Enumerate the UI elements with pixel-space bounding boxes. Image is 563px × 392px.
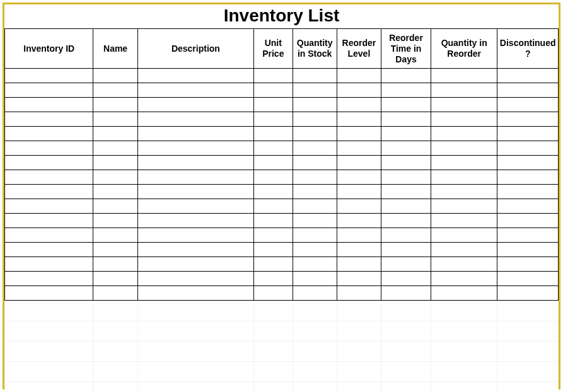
cell-quantity_in_reorder[interactable] bbox=[431, 98, 497, 112]
cell-name[interactable] bbox=[93, 98, 137, 112]
cell-inventory_id[interactable] bbox=[5, 98, 93, 112]
cell-quantity_in_reorder[interactable] bbox=[431, 112, 497, 127]
cell-inventory_id[interactable] bbox=[5, 127, 93, 141]
cell-name[interactable] bbox=[93, 243, 137, 257]
cell-reorder_level[interactable] bbox=[337, 214, 381, 228]
cell-inventory_id[interactable] bbox=[5, 185, 93, 199]
cell-quantity_in_reorder[interactable] bbox=[431, 170, 497, 185]
cell-quantity_in_reorder[interactable] bbox=[431, 199, 497, 214]
cell-quantity_in_reorder[interactable] bbox=[431, 243, 497, 257]
cell-inventory_id[interactable] bbox=[5, 83, 93, 98]
cell-discontinued[interactable] bbox=[497, 199, 559, 214]
cell-unit_price[interactable] bbox=[254, 199, 293, 214]
cell-description[interactable] bbox=[137, 243, 253, 257]
cell-discontinued[interactable] bbox=[497, 127, 559, 141]
cell-name[interactable] bbox=[93, 141, 137, 156]
cell-unit_price[interactable] bbox=[254, 185, 293, 199]
cell-reorder_time_days[interactable] bbox=[381, 286, 431, 301]
cell-name[interactable] bbox=[93, 272, 137, 286]
cell-quantity_in_reorder[interactable] bbox=[431, 286, 497, 301]
cell-unit_price[interactable] bbox=[254, 243, 293, 257]
cell-quantity_in_stock[interactable] bbox=[293, 127, 337, 141]
cell-reorder_level[interactable] bbox=[337, 199, 381, 214]
cell-quantity_in_stock[interactable] bbox=[293, 228, 337, 243]
cell-discontinued[interactable] bbox=[497, 156, 559, 170]
cell-discontinued[interactable] bbox=[497, 112, 559, 127]
cell-inventory_id[interactable] bbox=[5, 141, 93, 156]
cell-inventory_id[interactable] bbox=[5, 286, 93, 301]
cell-quantity_in_stock[interactable] bbox=[293, 199, 337, 214]
cell-quantity_in_stock[interactable] bbox=[293, 98, 337, 112]
cell-unit_price[interactable] bbox=[254, 170, 293, 185]
cell-quantity_in_stock[interactable] bbox=[293, 112, 337, 127]
cell-reorder_time_days[interactable] bbox=[381, 127, 431, 141]
cell-inventory_id[interactable] bbox=[5, 69, 93, 83]
cell-description[interactable] bbox=[137, 69, 253, 83]
cell-quantity_in_stock[interactable] bbox=[293, 214, 337, 228]
cell-reorder_time_days[interactable] bbox=[381, 98, 431, 112]
cell-quantity_in_reorder[interactable] bbox=[431, 185, 497, 199]
cell-description[interactable] bbox=[137, 257, 253, 272]
cell-description[interactable] bbox=[137, 214, 253, 228]
cell-reorder_time_days[interactable] bbox=[381, 112, 431, 127]
cell-reorder_level[interactable] bbox=[337, 257, 381, 272]
cell-reorder_level[interactable] bbox=[337, 69, 381, 83]
cell-unit_price[interactable] bbox=[254, 156, 293, 170]
cell-discontinued[interactable] bbox=[497, 286, 559, 301]
cell-reorder_level[interactable] bbox=[337, 228, 381, 243]
cell-description[interactable] bbox=[137, 272, 253, 286]
cell-reorder_time_days[interactable] bbox=[381, 185, 431, 199]
cell-inventory_id[interactable] bbox=[5, 272, 93, 286]
cell-quantity_in_stock[interactable] bbox=[293, 257, 337, 272]
cell-quantity_in_reorder[interactable] bbox=[431, 83, 497, 98]
cell-inventory_id[interactable] bbox=[5, 243, 93, 257]
cell-description[interactable] bbox=[137, 141, 253, 156]
cell-description[interactable] bbox=[137, 83, 253, 98]
cell-description[interactable] bbox=[137, 156, 253, 170]
cell-quantity_in_stock[interactable] bbox=[293, 243, 337, 257]
cell-reorder_level[interactable] bbox=[337, 98, 381, 112]
cell-discontinued[interactable] bbox=[497, 69, 559, 83]
cell-unit_price[interactable] bbox=[254, 98, 293, 112]
cell-name[interactable] bbox=[93, 257, 137, 272]
cell-reorder_time_days[interactable] bbox=[381, 243, 431, 257]
cell-discontinued[interactable] bbox=[497, 243, 559, 257]
cell-quantity_in_stock[interactable] bbox=[293, 170, 337, 185]
cell-description[interactable] bbox=[137, 185, 253, 199]
cell-reorder_level[interactable] bbox=[337, 141, 381, 156]
cell-quantity_in_reorder[interactable] bbox=[431, 127, 497, 141]
cell-inventory_id[interactable] bbox=[5, 228, 93, 243]
cell-reorder_level[interactable] bbox=[337, 272, 381, 286]
cell-reorder_time_days[interactable] bbox=[381, 199, 431, 214]
cell-reorder_time_days[interactable] bbox=[381, 170, 431, 185]
cell-unit_price[interactable] bbox=[254, 272, 293, 286]
cell-reorder_level[interactable] bbox=[337, 112, 381, 127]
cell-reorder_time_days[interactable] bbox=[381, 141, 431, 156]
cell-quantity_in_reorder[interactable] bbox=[431, 228, 497, 243]
cell-reorder_time_days[interactable] bbox=[381, 83, 431, 98]
cell-name[interactable] bbox=[93, 69, 137, 83]
cell-inventory_id[interactable] bbox=[5, 199, 93, 214]
cell-quantity_in_stock[interactable] bbox=[293, 156, 337, 170]
cell-reorder_time_days[interactable] bbox=[381, 69, 431, 83]
cell-discontinued[interactable] bbox=[497, 170, 559, 185]
cell-unit_price[interactable] bbox=[254, 214, 293, 228]
cell-reorder_level[interactable] bbox=[337, 156, 381, 170]
cell-unit_price[interactable] bbox=[254, 286, 293, 301]
cell-inventory_id[interactable] bbox=[5, 257, 93, 272]
cell-quantity_in_stock[interactable] bbox=[293, 141, 337, 156]
cell-unit_price[interactable] bbox=[254, 228, 293, 243]
cell-reorder_time_days[interactable] bbox=[381, 228, 431, 243]
cell-name[interactable] bbox=[93, 199, 137, 214]
cell-name[interactable] bbox=[93, 214, 137, 228]
cell-discontinued[interactable] bbox=[497, 98, 559, 112]
cell-unit_price[interactable] bbox=[254, 141, 293, 156]
cell-name[interactable] bbox=[93, 83, 137, 98]
cell-reorder_level[interactable] bbox=[337, 83, 381, 98]
cell-quantity_in_stock[interactable] bbox=[293, 272, 337, 286]
cell-reorder_time_days[interactable] bbox=[381, 156, 431, 170]
cell-quantity_in_reorder[interactable] bbox=[431, 141, 497, 156]
cell-inventory_id[interactable] bbox=[5, 112, 93, 127]
cell-name[interactable] bbox=[93, 170, 137, 185]
cell-reorder_level[interactable] bbox=[337, 243, 381, 257]
